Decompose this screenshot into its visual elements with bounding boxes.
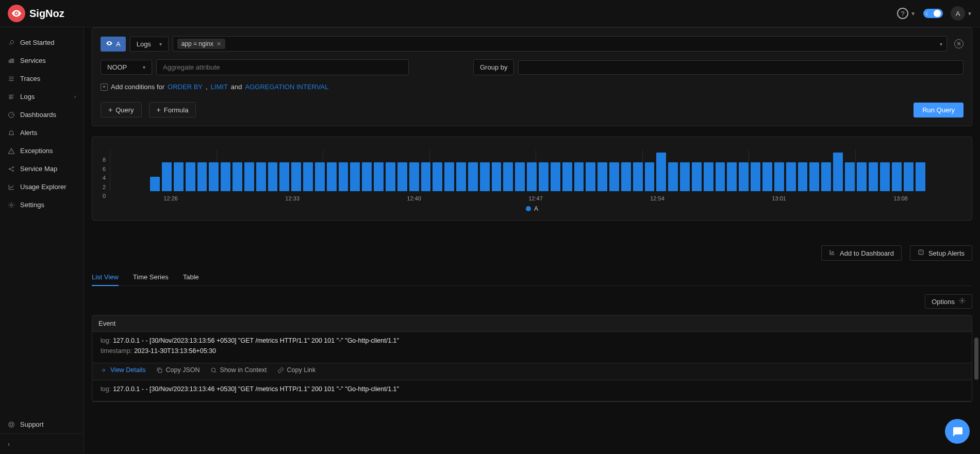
bar[interactable] [833, 153, 843, 191]
limit-link[interactable]: LIMIT [211, 83, 228, 91]
bar[interactable] [551, 162, 560, 191]
view-details-button[interactable]: View Details [101, 366, 146, 374]
filter-chip[interactable]: app = nginx ✕ [177, 39, 225, 49]
bar[interactable] [739, 162, 749, 191]
bar[interactable] [232, 162, 242, 191]
bar[interactable] [809, 162, 819, 191]
bar[interactable] [692, 162, 702, 191]
bar[interactable] [621, 162, 631, 191]
bar[interactable] [315, 162, 325, 191]
bar[interactable] [456, 162, 466, 191]
bar[interactable] [362, 162, 372, 191]
sidebar-item-service-map[interactable]: Service Map [0, 160, 84, 178]
bar[interactable] [244, 162, 254, 191]
clear-button[interactable]: ✕ [954, 39, 964, 48]
show-context-button[interactable]: Show in Context [210, 366, 267, 374]
bar[interactable] [857, 162, 867, 191]
bar[interactable] [656, 153, 666, 191]
bar[interactable] [503, 162, 513, 191]
sidebar-item-services[interactable]: Services [0, 52, 84, 70]
aggregate-input[interactable] [156, 59, 409, 75]
bar[interactable] [197, 162, 207, 191]
bar[interactable] [339, 162, 348, 191]
bar[interactable] [350, 162, 360, 191]
sidebar-item-exceptions[interactable]: Exceptions [0, 142, 84, 160]
bar[interactable] [574, 162, 584, 191]
bar[interactable] [786, 162, 796, 191]
bar[interactable] [256, 162, 266, 191]
bar[interactable] [597, 162, 607, 191]
bar[interactable] [633, 162, 643, 191]
sidebar-item-usage-explorer[interactable]: Usage Explorer [0, 178, 84, 196]
bar[interactable] [174, 162, 184, 191]
bar[interactable] [798, 162, 808, 191]
bar[interactable] [186, 162, 195, 191]
sidebar-item-dashboards[interactable]: Dashboards [0, 106, 84, 124]
run-query-button[interactable]: Run Query [913, 103, 964, 117]
logo-area[interactable]: SigNoz [8, 5, 64, 22]
bar[interactable] [162, 162, 172, 191]
bar[interactable] [845, 162, 855, 191]
order-by-link[interactable]: ORDER BY [168, 83, 203, 91]
bar[interactable] [751, 162, 760, 191]
bar[interactable] [221, 162, 230, 191]
user-menu[interactable]: A ▼ [951, 6, 972, 21]
bar[interactable] [527, 162, 537, 191]
bar[interactable] [869, 162, 878, 191]
bar[interactable] [492, 162, 502, 191]
query-badge[interactable]: A [101, 37, 126, 52]
theme-toggle[interactable]: ☾ [923, 9, 943, 18]
bar[interactable] [433, 162, 442, 191]
bar[interactable] [916, 162, 925, 191]
bar[interactable] [539, 162, 549, 191]
bar[interactable] [279, 162, 289, 191]
add-formula-button[interactable]: + Formula [149, 102, 196, 117]
sidebar-item-support[interactable]: Support [0, 415, 84, 433]
tab-list-view[interactable]: List View [92, 269, 119, 286]
bar[interactable] [892, 162, 902, 191]
sidebar-item-get-started[interactable]: Get Started [0, 33, 84, 52]
bar[interactable] [762, 162, 772, 191]
bar[interactable] [880, 162, 890, 191]
bar[interactable] [268, 162, 278, 191]
bar[interactable] [680, 162, 690, 191]
bar[interactable] [515, 162, 525, 191]
bar[interactable] [374, 162, 384, 191]
bar[interactable] [609, 162, 619, 191]
add-query-button[interactable]: + Query [101, 102, 142, 117]
bar[interactable] [397, 162, 407, 191]
filter-input[interactable]: app = nginx ✕ ▾ [173, 36, 947, 52]
setup-alerts-button[interactable]: Setup Alerts [910, 245, 972, 261]
options-button[interactable]: Options [925, 294, 972, 309]
copy-link-button[interactable]: Copy Link [277, 366, 316, 374]
add-to-dashboard-button[interactable]: Add to Dashboard [821, 245, 902, 261]
source-select[interactable]: Logs ▾ [130, 37, 169, 52]
intercom-button[interactable] [945, 419, 970, 444]
noop-select[interactable]: NOOP ▾ [101, 60, 152, 75]
sidebar-item-settings[interactable]: Settings [0, 196, 84, 214]
bar[interactable] [209, 162, 219, 191]
bar[interactable] [468, 162, 478, 191]
bar[interactable] [150, 177, 160, 191]
bar[interactable] [645, 162, 655, 191]
bar[interactable] [716, 162, 725, 191]
bar[interactable] [409, 162, 419, 191]
bar[interactable] [327, 162, 337, 191]
bar[interactable] [704, 162, 713, 191]
bar[interactable] [668, 162, 678, 191]
sidebar-item-alerts[interactable]: Alerts [0, 124, 84, 142]
bar[interactable] [421, 162, 431, 191]
help-menu[interactable]: ? ▼ [897, 8, 916, 19]
bar[interactable] [444, 162, 454, 191]
chart-plot[interactable]: 12:2612:3312:4012:4712:5413:0113:08 [110, 150, 961, 199]
scrollbar[interactable] [974, 338, 978, 380]
bar[interactable] [291, 162, 301, 191]
collapse-sidebar-button[interactable]: ‹ [0, 433, 84, 454]
copy-json-button[interactable]: Copy JSON [156, 366, 200, 374]
conditions-row[interactable]: + Add conditions for ORDER BY, LIMIT and… [101, 83, 964, 91]
bar[interactable] [821, 162, 831, 191]
bar[interactable] [562, 162, 572, 191]
tab-time-series[interactable]: Time Series [133, 269, 169, 285]
bar[interactable] [480, 162, 490, 191]
log-row[interactable]: log: 127.0.0.1 - - [30/Nov/2023:13:13:46… [92, 380, 972, 401]
